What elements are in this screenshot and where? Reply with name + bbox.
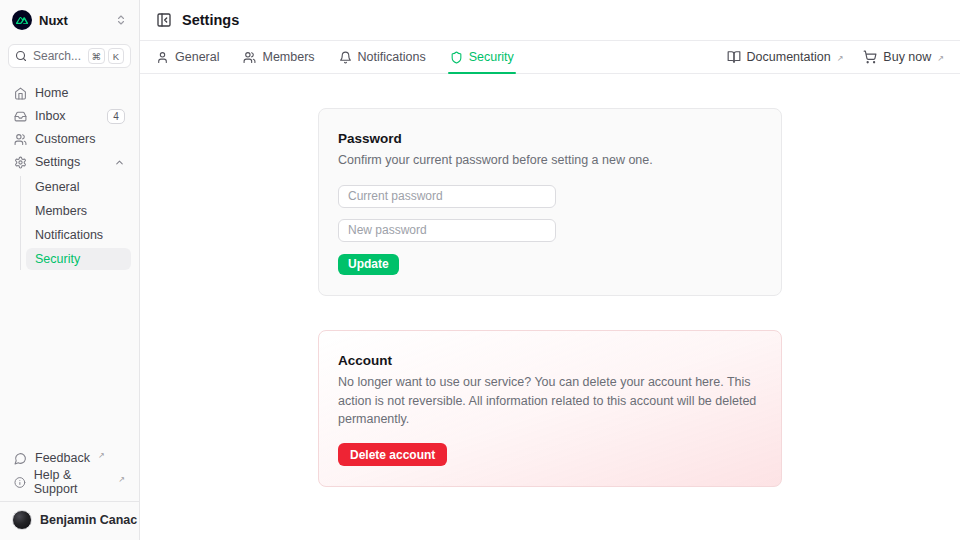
chevrons-up-down-icon: [115, 14, 127, 26]
tab-label: Notifications: [358, 50, 426, 64]
feedback-label: Feedback: [35, 451, 90, 465]
info-icon: [14, 476, 26, 489]
current-password-field[interactable]: [338, 185, 556, 208]
tab-general[interactable]: General: [156, 41, 219, 73]
sidebar-spacer: [8, 272, 131, 447]
tab-label: General: [175, 50, 219, 64]
settings-security-panel: Password Confirm your current password b…: [140, 74, 960, 540]
password-card-title: Password: [338, 131, 762, 146]
tabs: General Members Notifications Security: [156, 41, 514, 73]
sidebar-item-home[interactable]: Home: [8, 82, 131, 104]
search-shortcut: ⌘ K: [88, 48, 125, 64]
app-window: Nuxt Search... ⌘ K Home Inbox 4: [0, 0, 960, 540]
home-icon: [14, 87, 27, 100]
buy-now-label: Buy now: [883, 50, 931, 64]
search-input[interactable]: Search... ⌘ K: [8, 44, 131, 68]
tab-label: Members: [262, 50, 314, 64]
chat-bubble-icon: [14, 452, 27, 465]
sidebar-item-label: Customers: [35, 132, 95, 146]
tab-members[interactable]: Members: [243, 41, 314, 73]
sidebar-item-settings[interactable]: Settings: [8, 151, 131, 173]
tab-label: Security: [469, 50, 514, 64]
password-card: Password Confirm your current password b…: [318, 108, 782, 296]
page-title: Settings: [182, 12, 239, 28]
sidebar-item-inbox[interactable]: Inbox 4: [8, 105, 131, 127]
chevron-up-icon: [114, 157, 125, 168]
sidebar-footer: Feedback ↗ Help & Support ↗: [8, 447, 131, 493]
external-link-icon: ↗: [98, 451, 105, 460]
search-placeholder: Search...: [33, 49, 81, 63]
settings-subnav: General Members Notifications Security: [20, 176, 131, 270]
inbox-count-badge: 4: [107, 109, 125, 124]
users-icon: [243, 51, 256, 64]
sidebar-nav: Home Inbox 4 Customers Settings General: [8, 82, 131, 272]
account-card-title: Account: [338, 353, 762, 368]
user-menu[interactable]: Benjamin Canac: [8, 502, 131, 532]
password-form: [338, 185, 762, 242]
kbd-meta: ⌘: [88, 48, 106, 64]
account-card-description: No longer want to use our service? You c…: [338, 373, 762, 429]
gear-icon: [14, 156, 27, 169]
help-support-label: Help & Support: [34, 468, 111, 496]
shield-icon: [450, 51, 463, 64]
buy-now-link[interactable]: Buy now ↗: [863, 50, 944, 64]
new-password-field[interactable]: [338, 219, 556, 242]
bell-icon: [339, 51, 352, 64]
shopping-cart-icon: [863, 50, 877, 64]
workspace-name: Nuxt: [39, 13, 68, 28]
user-name: Benjamin Canac: [40, 513, 137, 527]
tab-bar: General Members Notifications Security: [140, 41, 960, 74]
search-icon: [15, 50, 27, 62]
header-links: Documentation ↗ Buy now ↗: [727, 50, 944, 64]
sidebar-item-general[interactable]: General: [26, 176, 131, 198]
users-icon: [14, 133, 27, 146]
update-password-button[interactable]: Update: [338, 254, 399, 275]
tab-notifications[interactable]: Notifications: [339, 41, 426, 73]
external-link-icon: ↗: [837, 54, 844, 63]
user-icon: [156, 51, 169, 64]
book-open-icon: [727, 50, 741, 64]
panel-left-close-icon: [156, 12, 172, 28]
nuxt-logo-icon: [12, 10, 32, 30]
inbox-icon: [14, 110, 27, 123]
kbd-k: K: [108, 48, 124, 64]
delete-account-button[interactable]: Delete account: [338, 443, 447, 466]
documentation-label: Documentation: [747, 50, 831, 64]
main-area: Settings General Members Notifications: [140, 0, 960, 540]
avatar: [12, 510, 32, 530]
tab-security[interactable]: Security: [450, 41, 514, 73]
sidebar-item-customers[interactable]: Customers: [8, 128, 131, 150]
page-header: Settings: [140, 0, 960, 41]
account-danger-card: Account No longer want to use our servic…: [318, 330, 782, 487]
sidebar-item-security[interactable]: Security: [26, 248, 131, 270]
external-link-icon: ↗: [118, 475, 125, 484]
sidebar-item-label: Home: [35, 86, 68, 100]
sidebar-item-label: Settings: [35, 155, 80, 169]
password-card-description: Confirm your current password before set…: [338, 151, 762, 170]
sidebar-item-members[interactable]: Members: [26, 200, 131, 222]
sidebar-item-label: Inbox: [35, 109, 66, 123]
sidebar-item-notifications[interactable]: Notifications: [26, 224, 131, 246]
feedback-link[interactable]: Feedback ↗: [8, 447, 131, 469]
sidebar: Nuxt Search... ⌘ K Home Inbox 4: [0, 0, 140, 540]
help-support-link[interactable]: Help & Support ↗: [8, 471, 131, 493]
external-link-icon: ↗: [937, 54, 944, 63]
workspace-selector[interactable]: Nuxt: [8, 8, 131, 32]
documentation-link[interactable]: Documentation ↗: [727, 50, 844, 64]
collapse-sidebar-button[interactable]: [156, 12, 172, 28]
